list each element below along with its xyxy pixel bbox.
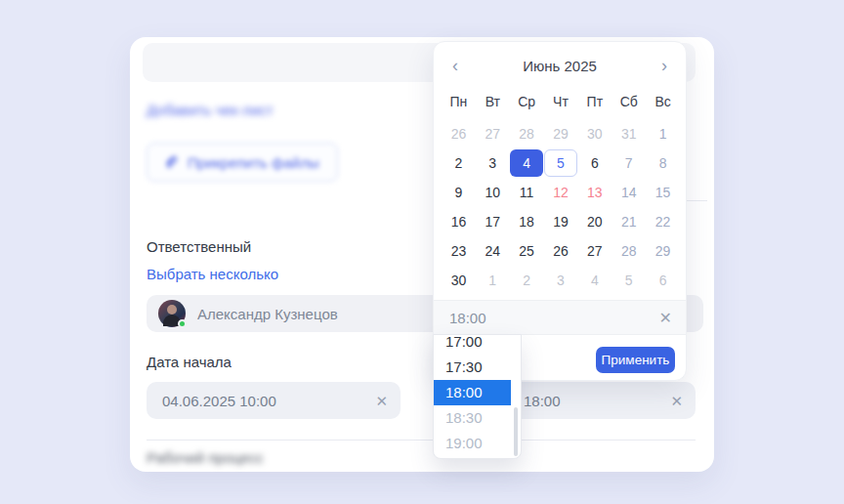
calendar-day[interactable]: 18 [510,208,543,235]
calendar-day[interactable]: 17 [476,208,509,235]
time-option[interactable]: 17:00 [434,334,511,355]
calendar-header: ‹ Июнь 2025 › [434,55,686,76]
calendar-day[interactable]: 24 [476,237,509,265]
calendar-day[interactable]: 19 [544,208,577,235]
start-date-input[interactable]: 04.06.2025 10:00 ✕ [147,382,401,419]
clear-icon[interactable]: ✕ [659,309,672,327]
calendar-day[interactable]: 7 [612,149,646,177]
weekday-label: Чт [544,93,578,110]
calendar-day[interactable]: 21 [612,208,646,235]
clear-icon[interactable]: ✕ [375,394,388,408]
start-date-value: 04.06.2025 10:00 [147,393,276,409]
dropdown-scrollbar-thumb[interactable] [514,407,518,456]
calendar-day[interactable]: 10 [476,179,509,206]
time-input[interactable]: 18:00 ✕ [434,300,686,335]
calendar-month-title: Июнь 2025 [523,58,597,74]
calendar-day[interactable]: 16 [442,208,475,235]
calendar-day[interactable]: 3 [544,267,577,294]
calendar-day[interactable]: 8 [647,149,680,177]
calendar-day[interactable]: 20 [578,208,612,235]
calendar-day[interactable]: 29 [647,237,680,265]
time-input-value: 18:00 [434,310,486,326]
calendar-day[interactable]: 6 [578,149,612,177]
calendar-day[interactable]: 28 [612,237,646,265]
online-status-dot [178,319,187,328]
next-month-icon[interactable]: › [659,57,669,74]
responsible-label: Ответственный [147,238,251,255]
apply-button[interactable]: Применить [596,347,675,373]
add-checklist-link[interactable]: Добавить чек-лист [147,102,274,118]
calendar-day[interactable]: 22 [647,208,680,235]
paperclip-icon [163,154,179,170]
time-option-list: 17:0017:3018:0018:3019:00 [434,334,521,456]
calendar-day[interactable]: 30 [442,267,475,294]
start-date-label: Дата начала [147,354,232,370]
calendar-day[interactable]: 31 [612,120,646,147]
prev-month-icon[interactable]: ‹ [450,57,460,74]
time-option[interactable]: 18:00 [434,380,511,405]
weekday-label: Ср [510,93,544,110]
calendar-day[interactable]: 25 [510,237,543,265]
calendar-day[interactable]: 12 [544,179,577,206]
weekday-label: Вт [476,93,510,110]
weekday-label: Сб [612,93,646,110]
calendar-day[interactable]: 5 [544,149,577,177]
calendar-day[interactable]: 28 [510,120,543,147]
weekday-label: Пт [577,93,612,110]
calendar-day[interactable]: 2 [442,149,475,177]
calendar-day[interactable]: 15 [647,179,680,206]
calendar-day[interactable]: 26 [544,237,577,265]
calendar-day[interactable]: 4 [510,149,543,177]
avatar [158,300,186,327]
calendar-day[interactable]: 30 [578,120,612,147]
calendar-day[interactable]: 9 [442,179,475,206]
calendar-day[interactable]: 6 [647,267,680,294]
time-dropdown: 17:0017:3018:0018:3019:00 [433,334,522,459]
select-multiple-link[interactable]: Выбрать несколько [147,266,278,282]
page-background: Добавить чек-лист Прикрепить файлы Ответ… [0,0,844,504]
calendar-day[interactable]: 14 [612,179,646,206]
calendar-grid: 2627282930311234567891011121314151617181… [442,119,680,295]
calendar-day[interactable]: 29 [544,120,577,147]
calendar-day[interactable]: 5 [612,267,646,294]
calendar-day[interactable]: 23 [442,237,475,265]
calendar-day[interactable]: 27 [578,237,612,265]
datepicker-popup: ‹ Июнь 2025 › ПнВтСрЧтПтСбВс 26272829303… [433,41,687,381]
calendar-day[interactable]: 1 [647,120,680,147]
time-option[interactable]: 19:00 [434,431,511,456]
calendar-day[interactable]: 4 [578,267,612,294]
attach-files-button[interactable]: Прикрепить файлы [147,143,338,182]
clear-icon[interactable]: ✕ [670,394,683,408]
divider [147,440,696,441]
calendar-day[interactable]: 27 [476,120,509,147]
calendar-day[interactable]: 3 [476,149,509,177]
time-option[interactable]: 18:30 [434,405,511,431]
calendar-day[interactable]: 13 [578,179,612,206]
blurred-section-label: Рабочий процесс [147,449,264,466]
attach-files-label: Прикрепить файлы [188,154,319,171]
calendar-day[interactable]: 1 [476,267,509,294]
calendar-day[interactable]: 26 [442,120,475,147]
weekday-row: ПнВтСрЧтПтСбВс [442,93,680,110]
calendar-day[interactable]: 2 [510,267,543,294]
weekday-label: Вс [646,93,680,110]
weekday-label: Пн [442,93,476,110]
time-option[interactable]: 17:30 [434,355,511,380]
calendar-day[interactable]: 11 [510,179,543,206]
person-name: Александр Кузнецов [197,306,338,322]
